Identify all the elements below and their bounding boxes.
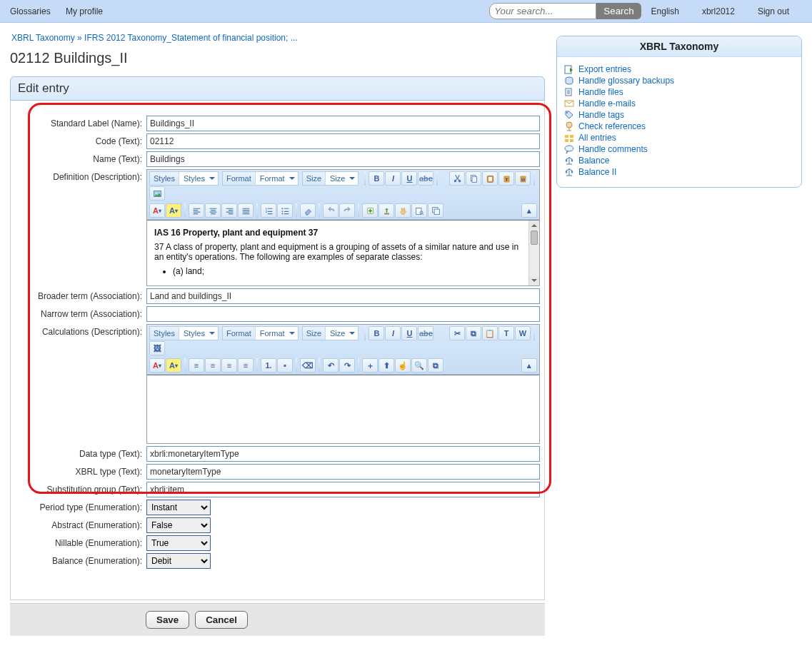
bgcolor-button[interactable]: A▾ (166, 358, 181, 373)
copy-icon[interactable]: ⧉ (466, 326, 481, 340)
side-balance2-link[interactable]: Balance II (578, 167, 616, 177)
side-export-link[interactable]: Export entries (578, 64, 631, 74)
side-comments-link[interactable]: Handle comments (578, 144, 648, 154)
align-center-icon[interactable] (205, 203, 221, 218)
copy-icon[interactable] (466, 171, 481, 186)
textcolor-button[interactable]: A▾ (149, 203, 165, 218)
size-dropdown[interactable]: SizeSize (302, 171, 359, 186)
underline-button[interactable]: U (401, 171, 417, 186)
unordered-list-icon[interactable] (277, 203, 293, 218)
name-field[interactable] (146, 151, 540, 167)
search-input[interactable] (489, 3, 596, 19)
side-balance-link[interactable]: Balance (578, 156, 609, 166)
hand-icon[interactable] (395, 203, 411, 218)
side-email-link[interactable]: Handle e-mails (578, 98, 636, 108)
italic-button[interactable]: I (385, 171, 401, 186)
styles-dropdown[interactable]: StylesStyles (149, 171, 219, 186)
styles-dropdown[interactable]: StylesStyles (149, 326, 219, 340)
definition-body[interactable]: IAS 16 Property, plant and equipment 37 … (147, 220, 539, 285)
svg-rect-28 (570, 135, 573, 138)
format-dropdown[interactable]: FormatFormat (222, 171, 299, 186)
add-icon[interactable] (362, 203, 378, 218)
hand-icon[interactable]: ☝ (395, 358, 411, 373)
breadcrumb-sep: » (77, 33, 82, 43)
user-link[interactable]: xbrl2012 (702, 6, 735, 16)
align-right-icon[interactable] (221, 203, 237, 218)
label-sgroup: Substitution group (Text): (15, 482, 146, 495)
side-all-link[interactable]: All entries (578, 133, 616, 143)
paste-text-icon[interactable]: T (498, 171, 514, 186)
data-type-field[interactable] (146, 446, 540, 462)
undo-icon[interactable]: ↶ (323, 358, 339, 373)
standard-label-field[interactable] (146, 116, 540, 131)
bold-button[interactable]: B (369, 326, 384, 340)
copy-all-icon[interactable]: ⧉ (428, 358, 443, 373)
textcolor-button[interactable]: A▾ (149, 358, 165, 373)
xbrl-type-field[interactable] (146, 464, 540, 480)
italic-button[interactable]: I (385, 326, 401, 340)
format-dropdown[interactable]: FormatFormat (222, 326, 299, 340)
redo-icon[interactable] (339, 203, 355, 218)
balance-select[interactable]: Debit (146, 553, 211, 569)
eraser-icon[interactable] (300, 203, 316, 218)
code-field[interactable] (146, 133, 540, 149)
cut-icon[interactable] (449, 171, 465, 186)
side-backup-link[interactable]: Handle glossary backups (578, 76, 674, 86)
add-icon[interactable]: ＋ (362, 358, 378, 373)
collapse-icon[interactable]: ▴ (521, 358, 537, 373)
top-nav-bar: Glossaries My profile Search English xbr… (0, 0, 812, 23)
abstract-select[interactable]: False (146, 517, 211, 533)
unordered-list-icon[interactable]: • (277, 358, 293, 373)
paste-word-icon[interactable]: W (515, 171, 531, 186)
paste-text-icon[interactable]: T (498, 326, 514, 340)
strike-button[interactable]: abc (418, 326, 433, 340)
period-type-select[interactable]: Instant (146, 500, 211, 515)
calculations-body[interactable] (147, 375, 539, 443)
align-center-icon[interactable]: ≡ (205, 358, 221, 373)
side-files-link[interactable]: Handle files (578, 87, 623, 97)
align-left-icon[interactable] (189, 203, 204, 218)
breadcrumb-root[interactable]: XBRL Taxonomy (11, 33, 75, 43)
paste-word-icon[interactable]: W (515, 326, 531, 340)
collapse-icon[interactable]: ▴ (521, 203, 537, 218)
scrollbar[interactable] (528, 221, 539, 285)
breadcrumb-leaf[interactable]: IFRS 2012 Taxonomy_Statement of financia… (84, 33, 298, 43)
ordered-list-icon[interactable]: 1. (261, 358, 276, 373)
broader-field[interactable] (146, 288, 540, 304)
find-icon[interactable] (411, 203, 427, 218)
find-icon[interactable]: 🔍 (411, 358, 427, 373)
substitution-group-field[interactable] (146, 482, 540, 497)
eraser-icon[interactable]: ⌫ (300, 358, 316, 373)
nillable-select[interactable]: True (146, 535, 211, 551)
bgcolor-button[interactable]: A▾ (166, 203, 181, 218)
image-icon[interactable] (149, 186, 165, 201)
save-button[interactable]: Save (146, 611, 189, 629)
paste-icon[interactable] (482, 171, 498, 186)
search-button[interactable]: Search (596, 3, 641, 19)
upload-icon[interactable] (379, 203, 394, 218)
upload-icon[interactable]: ⬆ (379, 358, 394, 373)
undo-icon[interactable] (323, 203, 339, 218)
ordered-list-icon[interactable]: 12 (261, 203, 276, 218)
bold-button[interactable]: B (369, 171, 384, 186)
narrow-field[interactable] (146, 306, 540, 322)
language-link[interactable]: English (651, 6, 679, 16)
underline-button[interactable]: U (401, 326, 417, 340)
align-right-icon[interactable]: ≡ (221, 358, 237, 373)
paste-icon[interactable]: 📋 (482, 326, 498, 340)
cancel-button[interactable]: Cancel (195, 611, 248, 629)
glossaries-link[interactable]: Glossaries (10, 6, 51, 16)
cut-icon[interactable]: ✂ (449, 326, 465, 340)
image-icon[interactable]: 🖼 (149, 341, 165, 355)
copy-all-icon[interactable] (428, 203, 443, 218)
redo-icon[interactable]: ↷ (339, 358, 355, 373)
my-profile-link[interactable]: My profile (66, 6, 103, 16)
align-left-icon[interactable]: ≡ (189, 358, 204, 373)
align-justify-icon[interactable]: ≡ (238, 358, 254, 373)
signout-link[interactable]: Sign out (758, 6, 789, 16)
align-justify-icon[interactable] (238, 203, 254, 218)
side-check-link[interactable]: Check references (578, 121, 646, 131)
size-dropdown[interactable]: SizeSize (302, 326, 359, 340)
side-tags-link[interactable]: Handle tags (578, 110, 624, 120)
strike-button[interactable]: abc (418, 171, 433, 186)
